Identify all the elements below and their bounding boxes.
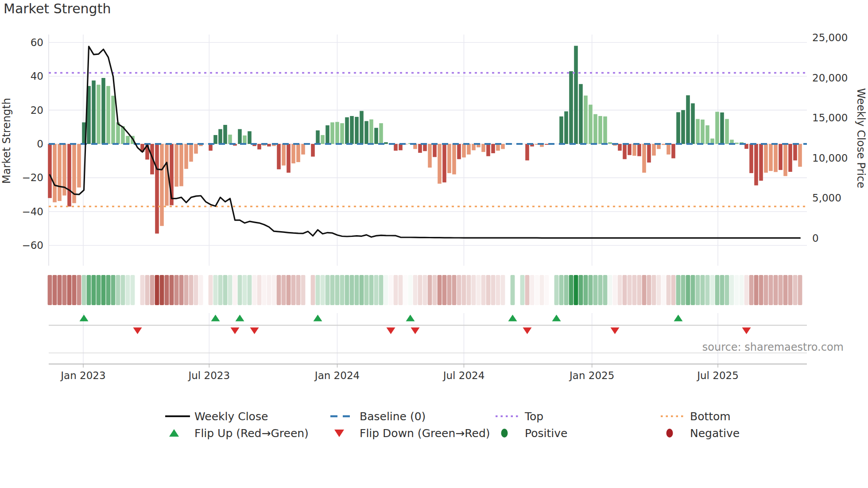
heatmap-cell bbox=[666, 275, 671, 305]
heatmap-cell bbox=[374, 275, 379, 305]
heatmap-cell bbox=[262, 275, 267, 305]
legend-item: Bottom bbox=[661, 410, 731, 423]
heatmap-cell bbox=[252, 275, 257, 305]
strength-bar bbox=[774, 144, 778, 172]
strength-bar bbox=[194, 144, 198, 154]
strength-bar bbox=[579, 84, 583, 144]
heatmap-cell bbox=[106, 275, 111, 305]
heatmap-cell bbox=[170, 275, 174, 305]
heatmap-cell bbox=[554, 275, 559, 305]
strength-bar bbox=[715, 112, 719, 144]
heatmap-cell bbox=[550, 275, 554, 305]
heatmap-cell bbox=[545, 275, 549, 305]
heatmap-cell bbox=[72, 275, 77, 305]
strength-bar bbox=[783, 144, 787, 176]
strength-bar bbox=[364, 121, 368, 144]
heatmap-cell bbox=[316, 275, 320, 305]
strength-bar bbox=[584, 96, 588, 144]
left-tick-label: 40 bbox=[31, 70, 43, 82]
strength-bar bbox=[603, 116, 607, 144]
legend-item: Top bbox=[496, 410, 543, 423]
strength-bar bbox=[418, 144, 422, 153]
strength-bar bbox=[106, 86, 110, 144]
heatmap-cell bbox=[413, 275, 418, 305]
heatmap-cell bbox=[350, 275, 354, 305]
strength-bar bbox=[652, 144, 656, 155]
strength-bar bbox=[452, 144, 456, 174]
heatmap-cell bbox=[223, 275, 228, 305]
strength-bar bbox=[384, 142, 388, 144]
strength-bar bbox=[462, 144, 466, 158]
flip-down-marker bbox=[231, 328, 240, 334]
heatmap-cell bbox=[340, 275, 345, 305]
right-tick-label: 5,000 bbox=[812, 192, 841, 204]
legend-label: Negative bbox=[690, 427, 740, 440]
legend-item: Baseline (0) bbox=[330, 410, 426, 423]
strength-bar bbox=[335, 122, 339, 144]
flip-up-marker bbox=[211, 315, 220, 321]
heatmap-cell bbox=[150, 275, 155, 305]
flip-up-marker bbox=[406, 315, 415, 321]
left-tick-label: 0 bbox=[37, 138, 43, 150]
strength-bar bbox=[179, 144, 183, 186]
left-tick-label: 20 bbox=[31, 105, 43, 116]
heatmap-cell bbox=[715, 275, 720, 305]
x-tick-label: Jul 2023 bbox=[188, 370, 230, 381]
x-tick-label: Jul 2024 bbox=[442, 370, 485, 381]
heatmap-cell bbox=[701, 275, 705, 305]
heatmap-cell bbox=[121, 275, 125, 305]
left-tick-label: −60 bbox=[22, 240, 43, 251]
heatmap-cell bbox=[248, 275, 252, 305]
heatmap-cell bbox=[481, 275, 486, 305]
heatmap-cell bbox=[408, 275, 413, 305]
heatmap-cell bbox=[501, 275, 505, 305]
heatmap-cell bbox=[705, 275, 710, 305]
strength-bar bbox=[189, 144, 193, 162]
strength-bar bbox=[311, 144, 315, 157]
strength-bar bbox=[569, 71, 573, 144]
strength-bar bbox=[442, 144, 446, 182]
strength-bar bbox=[218, 129, 222, 144]
heatmap-cell bbox=[321, 275, 325, 305]
heatmap-cell bbox=[296, 275, 301, 305]
heatmap-cell bbox=[559, 275, 564, 305]
heatmap-cell bbox=[603, 275, 608, 305]
heatmap-cell bbox=[525, 275, 530, 305]
strength-bar bbox=[696, 119, 700, 144]
strength-bar bbox=[209, 144, 213, 151]
heatmap-cell bbox=[618, 275, 622, 305]
heatmap-cell bbox=[394, 275, 398, 305]
heatmap-cell bbox=[579, 275, 583, 305]
flip-down-marker bbox=[387, 328, 395, 334]
heatmap-cell bbox=[399, 275, 403, 305]
heatmap-cell bbox=[423, 275, 427, 305]
heatmap-cell bbox=[671, 275, 676, 305]
strength-bar bbox=[754, 144, 758, 186]
strength-bar bbox=[277, 144, 281, 169]
chart-title: Market Strength bbox=[4, 1, 111, 16]
strength-bar bbox=[735, 143, 739, 144]
strength-bar bbox=[608, 142, 612, 144]
strength-bar bbox=[666, 144, 670, 155]
strength-bar bbox=[213, 135, 217, 144]
strength-bar bbox=[647, 144, 651, 163]
strength-bar bbox=[184, 144, 188, 169]
strength-bar bbox=[399, 144, 403, 150]
strength-bar bbox=[486, 144, 490, 156]
strength-bar bbox=[369, 120, 373, 144]
heatmap-cell bbox=[467, 275, 471, 305]
heatmap-cell bbox=[209, 275, 213, 305]
left-tick-label: −20 bbox=[22, 172, 43, 183]
strength-bar bbox=[671, 144, 675, 158]
strength-bar bbox=[257, 144, 261, 149]
heatmap-cell bbox=[457, 275, 461, 305]
heatmap-cell bbox=[788, 275, 793, 305]
heatmap-cell bbox=[131, 275, 135, 305]
left-tick-label: 60 bbox=[31, 37, 43, 48]
heatmap-cell bbox=[238, 275, 242, 305]
heatmap-cell bbox=[369, 275, 374, 305]
heatmap-cell bbox=[77, 275, 81, 305]
heatmap-cell bbox=[584, 275, 588, 305]
heatmap-cell bbox=[92, 275, 96, 305]
strength-bar bbox=[77, 144, 81, 187]
